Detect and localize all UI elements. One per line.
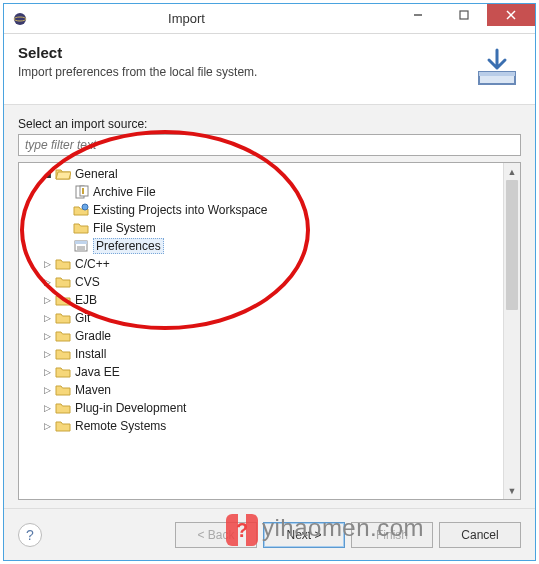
back-button[interactable]: < Back <box>175 522 257 548</box>
tree-label: General <box>75 167 118 181</box>
expand-toggle-icon[interactable]: ▷ <box>41 331 53 341</box>
tree-node-git[interactable]: ▷ Git <box>19 309 503 327</box>
window-title: Import <box>28 11 395 26</box>
finish-button[interactable]: Finish <box>351 522 433 548</box>
tree-node-file-system[interactable]: File System <box>19 219 503 237</box>
import-dialog: Import Select Import preferences from th… <box>3 3 536 561</box>
source-label: Select an import source: <box>18 117 521 131</box>
wizard-body: Select an import source: ◢ General Archi… <box>4 105 535 508</box>
expand-toggle-icon[interactable]: ▷ <box>41 421 53 431</box>
tree-label: Existing Projects into Workspace <box>93 203 268 217</box>
folder-icon <box>55 310 71 326</box>
filter-input[interactable] <box>18 134 521 156</box>
source-tree[interactable]: ◢ General Archive File Existing Projects… <box>19 163 503 499</box>
vertical-scrollbar[interactable]: ▲ ▼ <box>503 163 520 499</box>
folder-icon <box>55 274 71 290</box>
open-folder-icon <box>55 166 71 182</box>
page-description: Import preferences from the local file s… <box>18 65 465 79</box>
svg-rect-10 <box>82 188 84 194</box>
tree-label: Maven <box>75 383 111 397</box>
folder-icon <box>55 400 71 416</box>
tree-label: Java EE <box>75 365 120 379</box>
scroll-up-icon[interactable]: ▲ <box>504 163 520 180</box>
tree-label: C/C++ <box>75 257 110 271</box>
expand-toggle-icon[interactable]: ▷ <box>41 313 53 323</box>
help-icon: ? <box>26 527 34 543</box>
tree-label: Git <box>75 311 90 325</box>
folder-icon <box>55 418 71 434</box>
tree-node-existing-projects[interactable]: Existing Projects into Workspace <box>19 201 503 219</box>
preferences-icon <box>73 238 89 254</box>
tree-node-javaee[interactable]: ▷ Java EE <box>19 363 503 381</box>
archive-file-icon <box>73 184 89 200</box>
maximize-button[interactable] <box>441 4 487 26</box>
svg-point-11 <box>82 204 88 210</box>
tree-node-ejb[interactable]: ▷ EJB <box>19 291 503 309</box>
folder-icon <box>55 328 71 344</box>
expand-toggle-icon[interactable]: ▷ <box>41 349 53 359</box>
import-banner-icon <box>473 44 521 92</box>
expand-toggle-icon[interactable]: ▷ <box>41 367 53 377</box>
folder-icon <box>55 256 71 272</box>
tree-node-install[interactable]: ▷ Install <box>19 345 503 363</box>
folder-icon <box>55 382 71 398</box>
next-button[interactable]: Next > <box>263 522 345 548</box>
tree-node-remote-systems[interactable]: ▷ Remote Systems <box>19 417 503 435</box>
folder-icon <box>55 346 71 362</box>
tree-node-archive-file[interactable]: Archive File <box>19 183 503 201</box>
tree-label: File System <box>93 221 156 235</box>
wizard-footer: ? < Back Next > Finish Cancel <box>4 508 535 560</box>
expand-toggle-icon[interactable]: ▷ <box>41 385 53 395</box>
tree-node-cpp[interactable]: ▷ C/C++ <box>19 255 503 273</box>
tree-label: Archive File <box>93 185 156 199</box>
source-tree-container: ◢ General Archive File Existing Projects… <box>18 162 521 500</box>
window-controls <box>395 4 535 33</box>
minimize-button[interactable] <box>395 4 441 26</box>
titlebar[interactable]: Import <box>4 4 535 34</box>
eclipse-icon <box>12 11 28 27</box>
svg-rect-7 <box>479 72 515 76</box>
tree-label: EJB <box>75 293 97 307</box>
tree-label: Remote Systems <box>75 419 166 433</box>
tree-label: Preferences <box>93 238 164 254</box>
tree-node-general[interactable]: ◢ General <box>19 165 503 183</box>
help-button[interactable]: ? <box>18 523 42 547</box>
tree-label: Gradle <box>75 329 111 343</box>
svg-rect-13 <box>75 241 87 244</box>
wizard-header: Select Import preferences from the local… <box>4 34 535 105</box>
close-button[interactable] <box>487 4 535 26</box>
folder-icon <box>55 292 71 308</box>
tree-node-plugin-dev[interactable]: ▷ Plug-in Development <box>19 399 503 417</box>
expand-toggle-icon[interactable]: ◢ <box>41 169 53 179</box>
tree-node-gradle[interactable]: ▷ Gradle <box>19 327 503 345</box>
tree-label: Install <box>75 347 106 361</box>
tree-label: CVS <box>75 275 100 289</box>
scroll-thumb[interactable] <box>506 180 518 310</box>
expand-toggle-icon[interactable]: ▷ <box>41 403 53 413</box>
expand-toggle-icon[interactable]: ▷ <box>41 259 53 269</box>
svg-point-0 <box>14 13 26 25</box>
expand-toggle-icon[interactable]: ▷ <box>41 295 53 305</box>
project-icon <box>73 202 89 218</box>
expand-toggle-icon[interactable]: ▷ <box>41 277 53 287</box>
tree-node-maven[interactable]: ▷ Maven <box>19 381 503 399</box>
folder-icon <box>73 220 89 236</box>
svg-rect-3 <box>460 11 468 19</box>
tree-label: Plug-in Development <box>75 401 186 415</box>
tree-node-cvs[interactable]: ▷ CVS <box>19 273 503 291</box>
folder-icon <box>55 364 71 380</box>
cancel-button[interactable]: Cancel <box>439 522 521 548</box>
tree-node-preferences[interactable]: Preferences <box>19 237 503 255</box>
scroll-down-icon[interactable]: ▼ <box>504 482 520 499</box>
page-title: Select <box>18 44 465 61</box>
